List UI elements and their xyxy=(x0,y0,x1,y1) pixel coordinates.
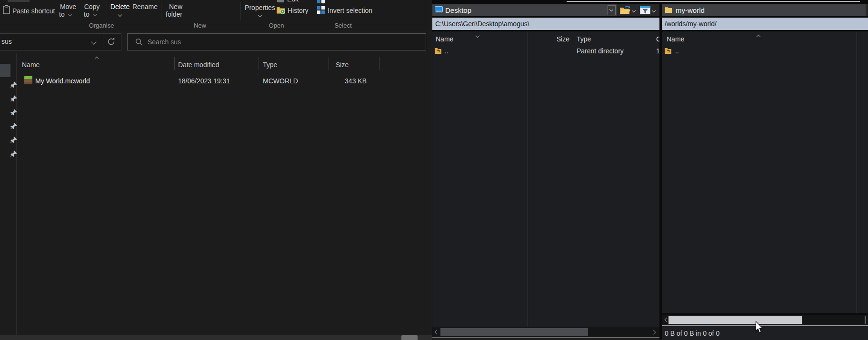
copy-to-label-1: Copy xyxy=(80,3,104,10)
pin-icon[interactable] xyxy=(10,137,17,143)
window-top-edge xyxy=(567,1,860,2)
remote-status-bar: 0 B of 0 B in 0 of 0 xyxy=(662,326,868,340)
file-size: 343 KB xyxy=(329,77,367,85)
open-directory-button[interactable] xyxy=(619,5,638,16)
row-name: .. xyxy=(675,47,679,55)
chevron-down-icon xyxy=(652,9,656,12)
clipped-ribbon-icon xyxy=(8,0,30,2)
scroll-right-arrow-icon[interactable] xyxy=(651,330,656,335)
history-label: History xyxy=(288,7,309,14)
local-path-bar[interactable]: C:\Users\Geri\Desktop\amogus\ xyxy=(432,18,659,30)
column-header-date-modified[interactable]: Date modified xyxy=(178,61,219,69)
ribbon-separator xyxy=(107,2,107,20)
move-to-button[interactable]: Move to xyxy=(56,2,80,20)
new-folder-label-2: folder xyxy=(166,10,182,18)
edit-button-clipped[interactable]: Edit xyxy=(277,0,310,5)
scrollbar-end-cap xyxy=(865,316,866,324)
search-box[interactable] xyxy=(127,33,426,50)
scrollbar-thumb[interactable] xyxy=(668,316,802,324)
file-type: MCWORLD xyxy=(263,77,298,85)
chevron-down-icon xyxy=(118,13,122,17)
combobox-clipped-edge xyxy=(866,4,868,16)
parent-folder-icon xyxy=(664,47,672,54)
edit-label: Edit xyxy=(287,0,299,3)
scrollbar-thumb[interactable] xyxy=(440,328,588,336)
column-divider[interactable] xyxy=(174,57,175,70)
file-row[interactable]: My World.mcworld 18/06/2023 19:31 MCWORL… xyxy=(17,74,426,88)
address-separator xyxy=(103,34,103,50)
search-input[interactable] xyxy=(147,35,420,49)
quick-access-selected-item[interactable] xyxy=(0,64,10,77)
pin-icon[interactable] xyxy=(10,81,17,88)
rename-button[interactable]: Rename xyxy=(132,2,159,10)
new-folder-label-1: New xyxy=(164,3,188,10)
local-directory-combobox[interactable]: Desktop xyxy=(432,4,617,16)
pin-icon[interactable] xyxy=(10,123,17,130)
column-divider[interactable] xyxy=(379,57,380,70)
column-divider[interactable] xyxy=(329,57,329,70)
copy-to-button[interactable]: Copy to xyxy=(80,2,104,20)
select-none-icon-clipped xyxy=(317,0,325,4)
pin-icon[interactable] xyxy=(10,109,17,116)
invert-selection-button[interactable]: Invert selection xyxy=(316,6,378,16)
folder-icon xyxy=(665,6,672,13)
history-button[interactable]: History xyxy=(275,5,313,17)
column-header-type[interactable]: Type xyxy=(263,61,277,69)
column-divider[interactable] xyxy=(573,31,573,327)
parent-directory-row[interactable]: .. Parent directory 1 xyxy=(432,45,659,57)
column-header-name[interactable]: Name xyxy=(436,35,453,43)
refresh-icon[interactable] xyxy=(107,37,116,46)
address-bar[interactable]: sus xyxy=(0,33,121,50)
chevron-down-icon xyxy=(93,12,97,16)
sort-ascending-icon xyxy=(757,35,760,39)
column-divider[interactable] xyxy=(857,31,857,313)
chevron-down-icon xyxy=(609,8,613,11)
clipboard-icon xyxy=(3,5,10,14)
history-folder-icon xyxy=(276,6,286,14)
local-file-list[interactable]: Name Size Type C .. Parent directory 1 xyxy=(432,31,659,327)
column-header-name[interactable]: Name xyxy=(22,61,40,69)
parent-directory-row[interactable]: .. xyxy=(662,45,868,57)
column-header-changed-clipped[interactable]: C xyxy=(656,35,659,43)
filter-button[interactable] xyxy=(639,5,658,16)
explorer-column-headers: Name Date modified Type Size xyxy=(17,55,426,71)
invert-selection-label: Invert selection xyxy=(328,7,372,14)
address-dropdown-chevron-icon[interactable] xyxy=(91,39,96,44)
remote-file-list[interactable]: Name .. xyxy=(662,31,868,313)
new-folder-button[interactable]: New folder xyxy=(164,2,188,20)
column-header-size[interactable]: Size xyxy=(336,61,349,69)
pin-icon[interactable] xyxy=(10,95,17,102)
column-header-type[interactable]: Type xyxy=(577,35,591,43)
properties-button[interactable]: Properties xyxy=(243,2,277,20)
column-divider[interactable] xyxy=(528,31,528,327)
column-divider[interactable] xyxy=(259,57,259,70)
scrollbar-thumb[interactable] xyxy=(401,335,418,340)
pin-icon[interactable] xyxy=(10,150,17,157)
search-icon xyxy=(135,38,143,46)
local-path: C:\Users\Geri\Desktop\amogus\ xyxy=(435,20,529,28)
ribbon-group-organise: Organise xyxy=(54,22,149,30)
paste-shortcut-button[interactable]: Paste shortcut xyxy=(1,4,50,18)
chevron-down-icon xyxy=(632,9,636,12)
remote-path-bar[interactable]: /worlds/my-world/ xyxy=(662,18,868,30)
row-type: Parent directory xyxy=(577,47,624,55)
paste-shortcut-label: Paste shortcut xyxy=(12,7,55,15)
explorer-bottom-scrollbar[interactable] xyxy=(0,335,432,340)
column-header-size[interactable]: Size xyxy=(534,35,569,43)
properties-label: Properties xyxy=(243,4,277,11)
ribbon-group-select: Select xyxy=(309,22,378,30)
ribbon-group-open: Open xyxy=(242,22,311,30)
combobox-dropdown-button[interactable] xyxy=(608,5,616,15)
row-changed-clipped: 1 xyxy=(656,47,659,55)
delete-button[interactable]: Delete xyxy=(109,2,131,20)
remote-directory-combobox[interactable]: my-world xyxy=(662,4,868,16)
local-horizontal-scrollbar[interactable] xyxy=(432,327,659,337)
column-divider[interactable] xyxy=(653,31,653,327)
remote-horizontal-scrollbar[interactable] xyxy=(662,315,868,325)
scroll-left-arrow-icon[interactable] xyxy=(435,330,439,335)
rename-label: Rename xyxy=(132,3,158,10)
column-header-name[interactable]: Name xyxy=(667,35,684,43)
explorer-ribbon: Paste shortcut Move to Copy to Delete xyxy=(0,0,432,31)
remote-pane: my-world /worlds/my-world/ Name .. xyxy=(662,4,868,340)
local-statusbar-clipped xyxy=(432,338,659,340)
